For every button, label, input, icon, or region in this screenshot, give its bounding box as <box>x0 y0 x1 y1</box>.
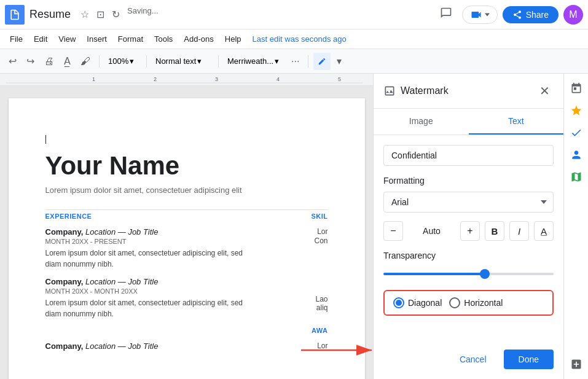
document-area: 1 2 3 4 5 Confidential Your Name Lorem i… <box>0 74 373 379</box>
bold-button[interactable]: B <box>485 221 504 241</box>
job-right-1: Lor <box>317 227 327 236</box>
style-value: Normal text <box>155 57 196 66</box>
cursor <box>45 135 46 144</box>
menu-insert[interactable]: Insert <box>82 33 112 45</box>
menu-file[interactable]: File <box>5 33 28 45</box>
horizontal-option[interactable]: Horizontal <box>449 297 503 308</box>
menu-tools[interactable]: Tools <box>149 33 178 45</box>
pen-dropdown[interactable]: ▾ <box>333 53 345 69</box>
section-experience: EXPERIENCE SKIL <box>45 209 328 220</box>
share-label: Share <box>526 10 549 20</box>
job-right-date-1: Con <box>314 236 327 245</box>
diagonal-option[interactable]: Diagonal <box>393 297 442 308</box>
panel-tabs: Image Text <box>374 109 563 135</box>
menu-edit[interactable]: Edit <box>29 33 52 45</box>
experience-title: EXPERIENCE <box>45 213 92 220</box>
job-title-2: Company, Location — Job Title <box>45 277 159 286</box>
job-entry-3: Company, Location — Job Title Lor <box>45 342 328 351</box>
style-selector[interactable]: Normal text ▾ <box>152 55 213 67</box>
job-right-3: Lor <box>317 342 327 351</box>
redo-button[interactable]: ↪ <box>23 53 38 69</box>
last-edit-link[interactable]: Last edit was seconds ago <box>253 34 347 44</box>
job-title-1: Company, Location — Job Title <box>45 227 159 236</box>
font-family-select[interactable]: Arial Times New Roman Courier New <box>383 192 554 213</box>
font-size-value: Auto <box>408 226 455 236</box>
ruler-marks: 1 2 3 4 5 <box>6 74 373 86</box>
zoom-value: 100% <box>108 57 128 66</box>
job-date-1: MONTH 20XX - PRESENT <box>45 238 127 245</box>
menu-view[interactable]: View <box>53 33 80 45</box>
svg-text:5: 5 <box>338 76 341 82</box>
font-controls: − Auto + B I A <box>383 221 554 241</box>
panel-close-button[interactable]: ✕ <box>536 82 554 100</box>
font-size-increase[interactable]: + <box>460 221 480 241</box>
svg-text:2: 2 <box>154 76 157 82</box>
slider-container <box>383 267 554 278</box>
horizontal-radio[interactable] <box>449 297 460 308</box>
svg-text:4: 4 <box>276 76 280 82</box>
resume-name: Your Name <box>45 151 328 181</box>
diagonal-radio[interactable] <box>393 297 404 308</box>
undo-button[interactable]: ↩ <box>5 53 20 69</box>
top-bar: Resume ☆ ⊡ ↻ Saving... Share M <box>0 0 588 29</box>
tab-text[interactable]: Text <box>469 109 564 135</box>
watermark-text-input[interactable] <box>383 145 554 166</box>
folder-button[interactable]: ⊡ <box>94 6 107 23</box>
svg-text:3: 3 <box>215 76 218 82</box>
paint-format-button[interactable]: 🖌 <box>77 53 94 69</box>
menu-addons[interactable]: Add-ons <box>179 33 218 45</box>
app-icon <box>5 5 25 25</box>
job-entry-1: Company, Location — Job Title Lor MONTH … <box>45 227 328 270</box>
print-button[interactable]: 🖨 <box>41 53 58 69</box>
job-right-2: Laoaliq <box>315 295 327 312</box>
font-selector[interactable]: Merriweath... ▾ <box>224 55 285 67</box>
panel-header: Watermark ✕ <box>374 74 563 109</box>
zoom-selector[interactable]: 100% ▾ <box>104 55 141 67</box>
orientation-group: Diagonal Horizontal <box>383 290 554 316</box>
title-actions: ☆ ⊡ ↻ Saving... <box>78 6 159 23</box>
transparency-slider[interactable] <box>383 273 554 275</box>
calendar-icon-button[interactable] <box>566 79 586 98</box>
skills-title: SKIL <box>311 213 327 220</box>
add-plugin-button[interactable] <box>566 354 586 374</box>
menu-help[interactable]: Help <box>220 33 246 45</box>
star-icon-button[interactable] <box>566 101 586 120</box>
italic-button[interactable]: I <box>509 221 529 241</box>
ruler: 1 2 3 4 5 <box>0 74 373 86</box>
watermark-panel: Watermark ✕ Image Text Formatting Arial … <box>373 74 563 379</box>
font-value: Merriweath... <box>227 57 273 66</box>
divider-3 <box>218 55 219 68</box>
divider-1 <box>99 55 100 68</box>
divider-2 <box>146 55 147 68</box>
job-desc-1: Lorem ipsum dolor sit amet, consectetuer… <box>45 248 243 270</box>
right-sidebar <box>563 74 588 379</box>
user-avatar[interactable]: M <box>563 5 583 25</box>
cancel-button[interactable]: Cancel <box>450 350 496 369</box>
comments-button[interactable] <box>435 3 457 26</box>
star-button[interactable]: ☆ <box>78 6 92 23</box>
more-options-button[interactable]: ··· <box>288 53 303 69</box>
color-button[interactable]: A <box>534 221 554 241</box>
menu-format[interactable]: Format <box>113 33 148 45</box>
formatting-label: Formatting <box>383 176 554 186</box>
meet-button[interactable] <box>462 6 498 24</box>
panel-title: Watermark <box>383 85 449 97</box>
resume-subtitle: Lorem ipsum dolor sit amet, consectetuer… <box>45 186 328 195</box>
map-icon-button[interactable] <box>566 167 586 187</box>
toolbar: ↩ ↪ 🖨 A̲ 🖌 100% ▾ Normal text ▾ Merriwea… <box>0 49 588 74</box>
font-size-decrease[interactable]: − <box>383 221 403 241</box>
cloud-button[interactable]: ↻ <box>109 6 122 23</box>
done-button[interactable]: Done <box>504 350 554 369</box>
awards-title: AWA <box>312 327 328 334</box>
spell-check-button[interactable]: A̲ <box>60 53 74 69</box>
pen-button[interactable] <box>313 53 331 70</box>
check-icon-button[interactable] <box>566 123 586 143</box>
menu-bar: File Edit View Insert Format Tools Add-o… <box>0 29 588 49</box>
document-scroll[interactable]: Confidential Your Name Lorem ipsum dolor… <box>0 86 373 379</box>
person-icon-button[interactable] <box>566 145 586 165</box>
divider-4 <box>308 55 308 68</box>
tab-image[interactable]: Image <box>374 109 469 135</box>
job-desc-2: Lorem ipsum dolor sit amet, consectetuer… <box>45 297 243 319</box>
share-button[interactable]: Share <box>503 6 559 23</box>
document-title: Resume <box>29 8 71 21</box>
